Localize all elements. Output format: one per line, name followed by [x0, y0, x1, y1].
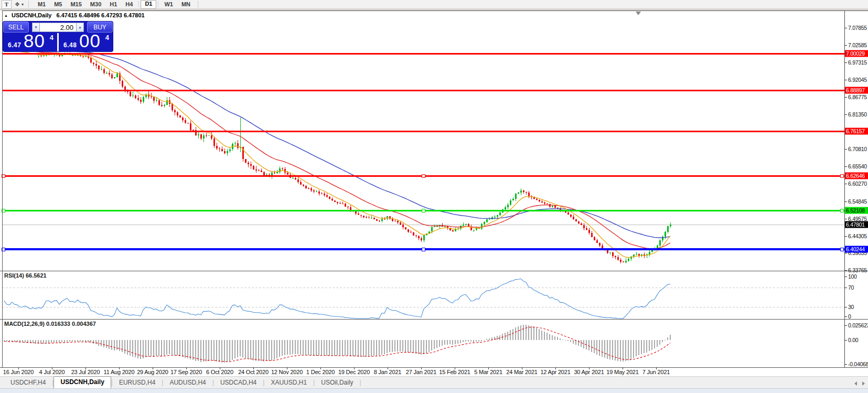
sell-price-point: 4 [50, 34, 53, 41]
chart-tab-AUDUSD[interactable]: AUDUSD,H4 [163, 377, 212, 388]
date-tick-label: 12 Nov 2020 [271, 369, 303, 375]
date-tick-label: 16 Jun 2020 [3, 369, 34, 375]
date-tick-label: 24 Oct 2020 [238, 369, 269, 375]
date-tick-label: 30 Apr 2021 [574, 369, 604, 375]
timeframe-separator [158, 1, 158, 7]
price-tick-label: 7.02585 [848, 42, 867, 48]
current-price-label: 6.47801 [845, 221, 868, 228]
macd-tick-label: -0.040687 [848, 361, 868, 367]
diamonds-icon: ❖ [15, 2, 20, 7]
macd-tick-label: 0.025623 [848, 322, 868, 328]
timeframe-button-M15[interactable]: M15 [66, 1, 85, 8]
chart-tab-XAUUSD[interactable]: XAUUSD,H1 [264, 377, 313, 388]
date-tick-label: 19 May 2021 [606, 369, 638, 375]
rsi-tick-label: 0 [848, 313, 851, 320]
price-axis[interactable]: 7.078557.025856.973156.920456.867756.813… [845, 0, 868, 393]
trading-terminal-window: T ❖ ▾ M1M5M15M30H1H4D1W1MN ▲ USDCNH,Dail… [0, 0, 868, 393]
rsi-tick-label: 30 [848, 304, 854, 310]
buy-price-pips: 00 [79, 30, 101, 51]
timeframe-button-MN[interactable]: MN [177, 1, 195, 8]
rsi-label: RSI(14) 66.5621 [4, 272, 47, 279]
price-tick-label: 6.54845 [848, 198, 867, 205]
subwindow-arrow-icon: ▲ [4, 14, 8, 17]
timeframe-button-M1[interactable]: M1 [34, 1, 50, 8]
buy-price-base: 6.48 [63, 41, 77, 49]
price-tick-label: 7.07855 [848, 25, 867, 31]
chart-tab-USOil[interactable]: USOil,Daily [315, 377, 359, 388]
macd-label: MACD(12,26,9) 0.016333 0.004367 [4, 321, 96, 327]
price-tick-label: 6.33765 [848, 267, 867, 273]
level-price-label: 6.88897 [845, 87, 868, 94]
chart-tab-USDCAD[interactable]: USDCAD,H4 [214, 377, 263, 388]
macd-tick-label: 0.00 [848, 337, 858, 343]
level-price-label: 7.00029 [845, 50, 868, 57]
level-price-label: 6.62646 [845, 173, 868, 179]
timeframe-button-D1[interactable]: D1 [141, 0, 156, 9]
timeframe-button-M5[interactable]: M5 [50, 1, 66, 8]
chart-tab-USDCHF[interactable]: USDCHF,H4 [4, 377, 52, 388]
dropdown-caret-icon: ▾ [22, 2, 24, 7]
triangle-down-icon: ▼ [35, 26, 38, 29]
cursor-tool-button[interactable]: ❖ ▾ [13, 1, 25, 8]
timeframe-separator [138, 1, 139, 7]
volume-input[interactable]: 2.00 [40, 23, 76, 32]
rsi-tick-label: 70 [848, 284, 854, 291]
triangle-up-icon: ▲ [79, 26, 82, 29]
date-axis[interactable]: 16 Jun 20204 Jul 202023 Jul 202011 Aug 2… [0, 369, 844, 376]
toolbar-divider [0, 9, 868, 10]
date-tick-label: 24 Mar 2021 [506, 369, 538, 375]
chart-title: ▲ USDCNH,Daily 6.47415 6.48496 6.47293 6… [4, 12, 145, 18]
chart-tab-bar: USDCHF,H4|USDCNH,Daily|EURUSD,H4|AUDUSD,… [0, 376, 868, 388]
level-price-label: 6.76157 [845, 128, 868, 135]
price-tick-label: 6.44305 [848, 233, 867, 239]
date-tick-label: 29 Aug 2020 [137, 369, 168, 375]
tab-separator: | [360, 379, 361, 388]
date-tick-label: 17 Sep 2020 [170, 369, 202, 375]
buy-price[interactable]: 6.48 00 4 [59, 33, 113, 51]
timeframe-button-H1[interactable]: H1 [105, 1, 121, 8]
date-tick-label: 15 Feb 2021 [439, 369, 470, 375]
level-price-label: 6.52108 [845, 207, 868, 214]
date-tick-label: 11 Aug 2020 [104, 369, 135, 375]
price-tick-label: 6.60270 [848, 180, 867, 187]
chart-symbol-period: USDCNH,Daily [12, 12, 51, 18]
date-tick-label: 1 Dec 2020 [306, 369, 335, 375]
price-tick-label: 6.92045 [848, 77, 867, 83]
date-tick-label: 12 Apr 2021 [540, 369, 570, 375]
tab-scroll-left-icon[interactable] [854, 381, 857, 386]
toolbar-grip [28, 1, 31, 8]
chart-tab-USDCNH[interactable]: USDCNH,Daily [53, 376, 111, 388]
sell-price[interactable]: 6.47 80 4 [3, 33, 57, 51]
rsi-tick-label: 100 [848, 273, 857, 280]
sell-price-base: 6.47 [8, 41, 21, 49]
date-tick-label: 7 Jun 2021 [642, 369, 670, 375]
one-click-trading-panel: SELL ▼ 2.00 ▲ BUY 6.47 80 4 6.48 00 [3, 22, 113, 51]
timeframe-button-W1[interactable]: W1 [160, 1, 177, 8]
text-tool-button[interactable]: T [2, 0, 12, 9]
main-toolbar: T ❖ ▾ M1M5M15M30H1H4D1W1MN [0, 0, 868, 9]
date-tick-label: 5 Mar 2021 [474, 369, 502, 375]
sell-price-pips: 80 [24, 30, 45, 51]
price-tick-label: 6.81350 [848, 111, 867, 118]
price-tick-label: 6.86775 [848, 94, 867, 100]
date-tick-label: 27 Jan 2021 [406, 369, 436, 375]
buy-price-point: 4 [105, 34, 109, 41]
status-strip [0, 388, 868, 393]
timeframe-button-M30[interactable]: M30 [86, 1, 105, 8]
chart-tab-EURUSD[interactable]: EURUSD,H4 [113, 377, 162, 388]
timeframe-button-H4[interactable]: H4 [121, 1, 137, 8]
date-tick-label: 8 Jan 2021 [374, 369, 401, 375]
date-tick-label: 23 Jul 2020 [71, 369, 100, 375]
date-tick-label: 6 Oct 2020 [206, 369, 233, 375]
date-tick-label: 19 Dec 2020 [338, 369, 370, 375]
chart-plot-area[interactable] [0, 0, 868, 393]
price-tick-label: 6.97315 [848, 59, 867, 66]
chart-ohlc-values: 6.47415 6.48496 6.47293 6.47801 [56, 12, 144, 18]
price-tick-label: 6.65540 [848, 163, 867, 169]
level-price-label: 6.40244 [845, 246, 868, 253]
date-tick-label: 4 Jul 2020 [39, 369, 65, 375]
toolbar-grip [198, 1, 200, 8]
price-tick-label: 6.70810 [848, 146, 867, 152]
tab-scroll-right-icon[interactable] [862, 381, 865, 386]
